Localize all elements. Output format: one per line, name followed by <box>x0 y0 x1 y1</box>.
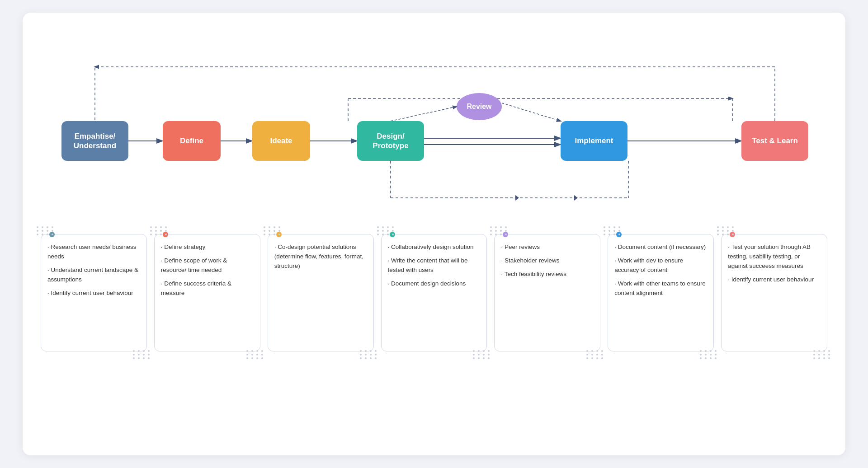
dots-tl-design <box>377 226 395 235</box>
info-card-ideate: · Co-design potential solutions (determi… <box>268 234 374 351</box>
node-empathise: Empahtise/ Understand <box>61 121 128 161</box>
info-card-test: · Test your solution through AB testing,… <box>721 234 827 351</box>
info-card-empathise: · Research user needs/ business needs · … <box>41 234 147 351</box>
info-card-define: · Define strategy · Define scope of work… <box>154 234 260 351</box>
dots-br-define <box>246 350 264 359</box>
node-review: Review <box>457 93 502 120</box>
svg-marker-18 <box>574 195 578 201</box>
dots-tl-test <box>717 226 735 235</box>
svg-line-7 <box>502 103 561 121</box>
dots-tl-define <box>150 226 168 235</box>
dots-br-design <box>473 350 491 359</box>
node-design: Design/ Prototype <box>357 121 424 161</box>
info-card-implement: · Document content (if necessary) · Work… <box>608 234 714 351</box>
dots-br-review <box>586 350 604 359</box>
diagram-area: Empahtise/ Understand Define Ideate Desi… <box>41 26 827 225</box>
dots-tl-ideate <box>264 226 282 235</box>
dots-br-empathise <box>133 350 151 359</box>
arrows-svg <box>41 26 827 225</box>
dots-br-ideate <box>360 350 378 359</box>
info-card-design: · Collaboratively design solution · Writ… <box>381 234 487 351</box>
node-define: Define <box>163 121 221 161</box>
dots-br-implement <box>700 350 718 359</box>
main-card: Empahtise/ Understand Define Ideate Desi… <box>23 13 845 455</box>
dots-tl-review <box>490 226 508 235</box>
node-implement: Implement <box>561 121 627 161</box>
svg-marker-17 <box>515 195 519 201</box>
dots-tl-implement <box>604 226 622 235</box>
cards-row: · Research user needs/ business needs · … <box>41 234 827 351</box>
info-card-review: · Peer reviews · Stakeholder reviews · T… <box>494 234 600 351</box>
dots-br-test <box>813 350 831 359</box>
node-ideate: Ideate <box>252 121 310 161</box>
node-test: Test & Learn <box>741 121 808 161</box>
svg-line-6 <box>391 107 457 121</box>
dots-tl-empathise <box>37 226 55 235</box>
